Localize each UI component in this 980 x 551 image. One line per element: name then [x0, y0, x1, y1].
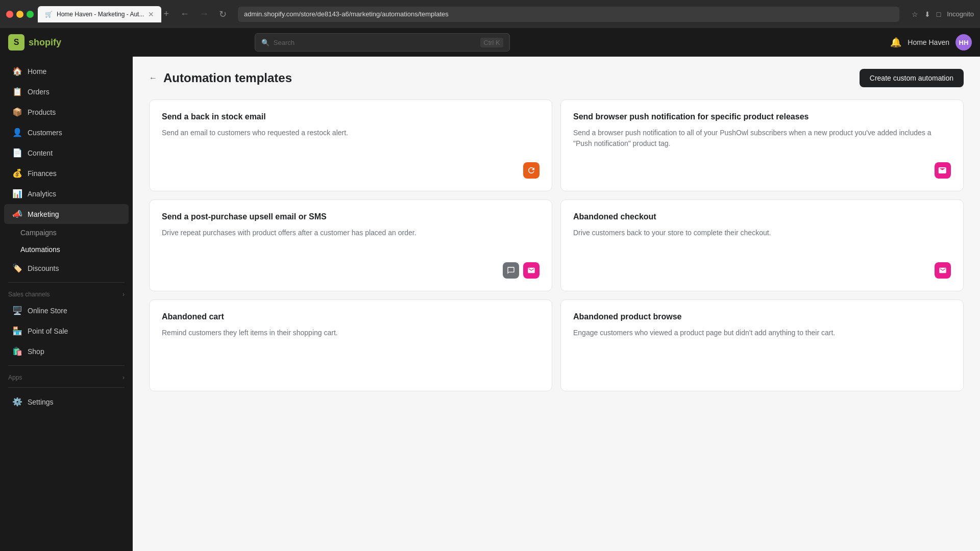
customers-icon: 👤 [12, 128, 22, 137]
extensions-icon[interactable]: □ [937, 10, 941, 18]
sidebar-item-shop[interactable]: 🛍️ Shop [4, 341, 129, 361]
template-card-post-purchase[interactable]: Send a post-purchase upsell email or SMS… [149, 199, 552, 291]
create-custom-automation-button[interactable]: Create custom automation [860, 69, 964, 87]
sales-channels-label: Sales channels [8, 291, 50, 298]
shopify-logo: S shopify [8, 34, 61, 51]
sidebar-separator-2 [8, 365, 125, 366]
card-desc-browser-push: Send a browser push notification to all … [573, 128, 951, 154]
back-arrow-button[interactable]: ← [149, 73, 157, 83]
search-icon: 🔍 [261, 39, 270, 46]
sidebar-marketing-sub: Campaigns Automations [0, 224, 133, 258]
content-icon: 📄 [12, 148, 22, 158]
sidebar-item-marketing[interactable]: 📣 Marketing [4, 204, 129, 224]
shop-icon: 🛍️ [12, 346, 22, 356]
apps-label: Apps [8, 374, 22, 381]
app-layout: 🏠 Home 📋 Orders 📦 Products 👤 Customers 📄… [0, 57, 980, 551]
sidebar-item-analytics[interactable]: 📊 Analytics [4, 184, 129, 204]
marketing-icon: 📣 [12, 209, 22, 219]
chevron-right-icon: › [122, 291, 125, 298]
notification-bell-icon[interactable]: 🔔 [890, 37, 901, 48]
campaigns-label: Campaigns [20, 229, 57, 237]
sidebar-label-finances: Finances [28, 169, 57, 178]
abandoned-checkout-email-icon [935, 262, 951, 279]
page-header: ← Automation templates Create custom aut… [149, 69, 964, 87]
card-desc-abandoned-browse: Engage customers who viewed a product pa… [573, 328, 951, 370]
sidebar-label-home: Home [28, 67, 46, 76]
card-icons-browser-push [573, 162, 951, 179]
card-desc-post-purchase: Drive repeat purchases with product offe… [162, 228, 540, 254]
sidebar-label-orders: Orders [28, 88, 50, 96]
card-icons-post-purchase [162, 262, 540, 279]
store-name: Home Haven [908, 38, 949, 46]
card-title-abandoned-cart: Abandoned cart [162, 312, 540, 321]
download-icon[interactable]: ⬇ [924, 10, 930, 18]
card-title-abandoned-browse: Abandoned product browse [573, 312, 951, 321]
push-notification-icon [935, 162, 951, 179]
minimize-window-button[interactable] [16, 11, 23, 18]
window-controls [6, 11, 34, 18]
address-bar[interactable]: admin.shopify.com/store/de8143-a6/market… [238, 7, 899, 22]
sidebar-item-discounts[interactable]: 🏷️ Discounts [4, 258, 129, 278]
sidebar-label-online-store: Online Store [28, 307, 67, 315]
browser-icons: ☆ ⬇ □ Incognito [912, 10, 974, 18]
page-title: Automation templates [163, 71, 292, 85]
sidebar-item-settings[interactable]: ⚙️ Settings [4, 392, 129, 412]
reload-button[interactable]: ↻ [216, 7, 230, 22]
profile-icon[interactable]: Incognito [947, 10, 974, 18]
maximize-window-button[interactable] [27, 11, 34, 18]
card-desc-abandoned-checkout: Drive customers back to your store to co… [573, 228, 951, 254]
search-shortcut: Ctrl K [480, 38, 503, 47]
sidebar-section-sales-channels[interactable]: Sales channels › [0, 287, 133, 300]
new-tab-button[interactable]: + [163, 9, 169, 19]
template-card-abandoned-checkout[interactable]: Abandoned checkout Drive customers back … [560, 199, 964, 291]
forward-button[interactable]: → [197, 7, 212, 21]
template-card-browser-push[interactable]: Send browser push notification for speci… [560, 99, 964, 191]
email-icon [523, 262, 540, 279]
card-title-abandoned-checkout: Abandoned checkout [573, 212, 951, 221]
avatar[interactable]: HH [955, 34, 972, 51]
card-desc-abandoned-cart: Remind customers they left items in thei… [162, 328, 540, 370]
logo-text: shopify [29, 37, 61, 48]
card-icons-back-in-stock [162, 162, 540, 179]
card-icons-abandoned-checkout [573, 262, 951, 279]
sidebar-label-customers: Customers [28, 129, 62, 137]
sidebar-item-orders[interactable]: 📋 Orders [4, 82, 129, 102]
sidebar-item-home[interactable]: 🏠 Home [4, 61, 129, 81]
sidebar-item-content[interactable]: 📄 Content [4, 143, 129, 163]
template-card-abandoned-browse[interactable]: Abandoned product browse Engage customer… [560, 299, 964, 391]
back-in-stock-icon [523, 162, 540, 179]
main-content: ← Automation templates Create custom aut… [133, 57, 980, 551]
bookmark-icon[interactable]: ☆ [912, 10, 918, 18]
sidebar-item-automations[interactable]: Automations [20, 241, 129, 258]
sidebar-label-products: Products [28, 108, 56, 116]
finances-icon: 💰 [12, 168, 22, 178]
tab-bar: 🛒 Home Haven - Marketing - Aut... ✕ + [38, 6, 169, 22]
sidebar-item-finances[interactable]: 💰 Finances [4, 163, 129, 183]
sidebar-label-discounts: Discounts [28, 264, 59, 272]
card-title-browser-push: Send browser push notification for speci… [573, 112, 951, 121]
close-window-button[interactable] [6, 11, 13, 18]
sidebar-label-analytics: Analytics [28, 190, 56, 198]
automations-label: Automations [20, 245, 60, 254]
search-bar[interactable]: 🔍 Search Ctrl K [255, 33, 510, 52]
sidebar-item-customers[interactable]: 👤 Customers [4, 122, 129, 142]
template-card-abandoned-cart[interactable]: Abandoned cart Remind customers they lef… [149, 299, 552, 391]
sidebar-item-point-of-sale[interactable]: 🏪 Point of Sale [4, 321, 129, 341]
products-icon: 📦 [12, 107, 22, 117]
tab-label: Home Haven - Marketing - Aut... [57, 11, 144, 18]
sidebar-item-products[interactable]: 📦 Products [4, 102, 129, 122]
tab-close-button[interactable]: ✕ [148, 10, 154, 18]
sidebar-item-campaigns[interactable]: Campaigns [20, 224, 129, 241]
template-card-back-in-stock[interactable]: Send a back in stock email Send an email… [149, 99, 552, 191]
top-nav: S shopify 🔍 Search Ctrl K 🔔 Home Haven H… [0, 28, 980, 57]
card-title-back-in-stock: Send a back in stock email [162, 112, 540, 121]
sidebar-section-apps[interactable]: Apps › [0, 370, 133, 383]
online-store-icon: 🖥️ [12, 306, 22, 315]
home-icon: 🏠 [12, 66, 22, 76]
card-title-post-purchase: Send a post-purchase upsell email or SMS [162, 212, 540, 221]
active-tab[interactable]: 🛒 Home Haven - Marketing - Aut... ✕ [38, 6, 161, 22]
sidebar-item-online-store[interactable]: 🖥️ Online Store [4, 300, 129, 320]
sidebar-label-content: Content [28, 149, 53, 157]
back-button[interactable]: ← [177, 7, 192, 21]
search-placeholder: Search [274, 39, 295, 46]
